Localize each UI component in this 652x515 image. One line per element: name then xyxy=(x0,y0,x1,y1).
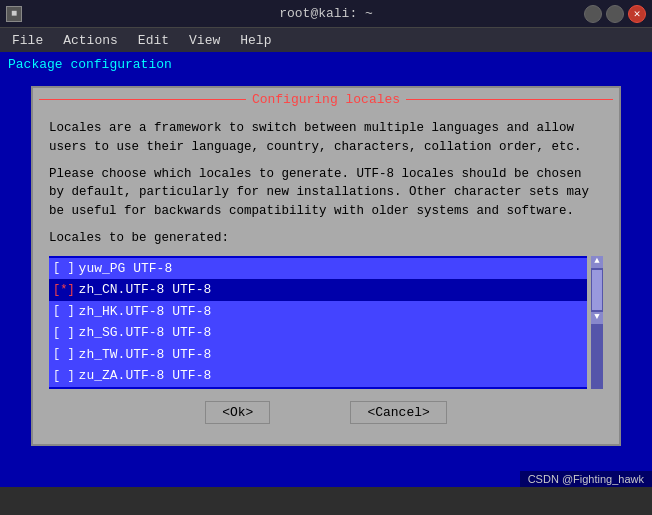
titlebar-buttons: ✕ xyxy=(584,5,646,23)
menu-actions[interactable]: Actions xyxy=(59,32,122,49)
minimize-button[interactable] xyxy=(584,5,602,23)
locale-item[interactable]: [*] zh_CN.UTF-8 UTF-8 xyxy=(49,279,587,301)
scroll-up-button[interactable]: ▲ xyxy=(591,256,603,268)
locale-item[interactable]: [ ] zh_TW.UTF-8 UTF-8 xyxy=(49,344,587,366)
locale-item[interactable]: [ ] zh_HK.UTF-8 UTF-8 xyxy=(49,301,587,323)
locales-list[interactable]: [ ] yuw_PG UTF-8[*] zh_CN.UTF-8 UTF-8[ ]… xyxy=(49,256,587,389)
cancel-button[interactable]: <Cancel> xyxy=(350,401,446,424)
locale-item[interactable]: [ ] yuw_PG UTF-8 xyxy=(49,258,587,280)
watermark: CSDN @Fighting_hawk xyxy=(520,471,652,487)
terminal-area: Configuring locales Locales are a framew… xyxy=(0,76,652,487)
scroll-down-button[interactable]: ▼ xyxy=(591,312,603,324)
package-config-label: Package configuration xyxy=(8,57,172,72)
dialog: Configuring locales Locales are a framew… xyxy=(31,86,621,446)
dialog-titlebar: Configuring locales xyxy=(33,88,619,111)
description1: Locales are a framework to switch betwee… xyxy=(49,119,603,157)
maximize-button[interactable] xyxy=(606,5,624,23)
titlebar-title: root@kali: ~ xyxy=(279,6,373,21)
titlebar-left: ■ xyxy=(6,6,22,22)
dialog-body: Locales are a framework to switch betwee… xyxy=(33,111,619,444)
menubar: File Actions Edit View Help xyxy=(0,28,652,52)
scrollbar-thumb[interactable] xyxy=(592,270,602,310)
dialog-title: Configuring locales xyxy=(252,92,400,107)
scrollbar-track[interactable]: ▲ ▼ xyxy=(591,256,603,389)
ok-button[interactable]: <Ok> xyxy=(205,401,270,424)
locale-item[interactable]: [ ] zh_SG.UTF-8 UTF-8 xyxy=(49,322,587,344)
description2: Please choose which locales to generate.… xyxy=(49,165,603,221)
close-button[interactable]: ✕ xyxy=(628,5,646,23)
locales-label: Locales to be generated: xyxy=(49,229,603,248)
package-config-bar: Package configuration xyxy=(0,52,652,76)
menu-help[interactable]: Help xyxy=(236,32,275,49)
menu-file[interactable]: File xyxy=(8,32,47,49)
locales-container: [ ] yuw_PG UTF-8[*] zh_CN.UTF-8 UTF-8[ ]… xyxy=(49,256,603,389)
titlebar: ■ root@kali: ~ ✕ xyxy=(0,0,652,28)
menu-edit[interactable]: Edit xyxy=(134,32,173,49)
locale-item[interactable]: [ ] zu_ZA.UTF-8 UTF-8 xyxy=(49,365,587,387)
terminal-icon: ■ xyxy=(6,6,22,22)
watermark-text: CSDN @Fighting_hawk xyxy=(528,473,644,485)
menu-view[interactable]: View xyxy=(185,32,224,49)
dialog-buttons: <Ok> <Cancel> xyxy=(49,401,603,432)
